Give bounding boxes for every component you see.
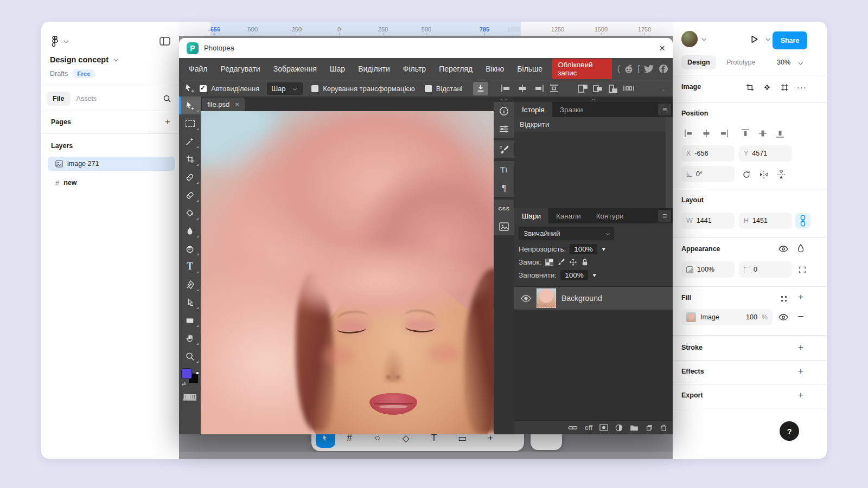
frame-tool-button[interactable]: # (335, 433, 363, 444)
fill-value[interactable]: 100% (560, 270, 588, 280)
chevron-down-icon[interactable] (765, 36, 770, 41)
distribute-horizontal-icon[interactable] (623, 85, 635, 92)
menu-more[interactable]: Більше (510, 65, 549, 73)
css-panel-icon[interactable]: CSS (494, 200, 514, 217)
reddit-icon[interactable] (623, 63, 635, 75)
styles-grid-icon[interactable] (777, 292, 790, 305)
lock-position-icon[interactable] (569, 258, 577, 266)
link-layers-icon[interactable] (568, 425, 578, 431)
info-icon[interactable] (494, 102, 514, 120)
collapse-handle[interactable]: <> (494, 97, 514, 102)
horizontal-scrollbar[interactable] (179, 452, 673, 459)
avatar[interactable] (681, 31, 698, 47)
eye-icon[interactable] (777, 242, 790, 255)
flip-horizontal-icon[interactable] (757, 168, 770, 181)
chevron-down-icon[interactable] (63, 38, 68, 43)
text-tool-button[interactable]: T (420, 433, 448, 444)
menu-select[interactable]: Виділити (352, 65, 397, 73)
document-tab[interactable]: file.psd × (202, 98, 245, 111)
tab-channels[interactable]: Канали (548, 208, 589, 223)
rotation-field[interactable]: 0° (681, 166, 735, 182)
download-button[interactable] (473, 82, 488, 95)
vertical-scrollbar[interactable] (666, 117, 673, 208)
align-v-center-icon[interactable] (756, 127, 769, 140)
tab-layers[interactable]: Шари (514, 208, 548, 223)
present-play-icon[interactable] (750, 35, 759, 44)
layer-thumbnail[interactable] (537, 288, 556, 308)
tab-paths[interactable]: Контури (589, 208, 631, 223)
adjustments-sliders-icon[interactable] (494, 120, 514, 138)
visibility-eye-icon[interactable] (521, 295, 531, 302)
align-layer-center-icon[interactable] (592, 84, 603, 93)
menu-image[interactable]: Зображення (267, 65, 323, 73)
crop-icon[interactable] (743, 81, 756, 94)
new-layer-icon[interactable] (646, 424, 653, 432)
zoom-tool[interactable] (179, 347, 201, 365)
close-icon[interactable]: × (235, 100, 239, 108)
fill-row[interactable]: Image 100 % (681, 309, 773, 325)
keyboard-icon[interactable] (183, 394, 196, 401)
lock-transparency-icon[interactable] (545, 259, 553, 266)
align-layer-left-icon[interactable] (577, 84, 588, 93)
blend-mode-dropdown[interactable]: Звичайний (519, 227, 614, 240)
panel-toggle-icon[interactable] (159, 37, 170, 46)
panel-menu-icon[interactable]: ≡ (658, 210, 671, 222)
transform-controls-checkbox[interactable] (311, 85, 318, 92)
figma-logo-icon[interactable] (50, 36, 60, 47)
caret-down-icon[interactable]: ▼ (601, 246, 607, 252)
distances-checkbox[interactable] (425, 85, 432, 92)
add-page-button[interactable]: + (165, 117, 170, 127)
adjustment-layer-icon[interactable] (615, 424, 623, 432)
marquee-select-tool[interactable] (179, 114, 201, 132)
panel-menu-icon[interactable]: ≡ (658, 104, 671, 115)
facebook-icon[interactable] (658, 63, 669, 75)
align-right-icon[interactable] (717, 127, 730, 140)
help-button[interactable]: ? (780, 421, 799, 441)
character-panel-icon[interactable]: Tt (494, 161, 514, 179)
align-bottom-icon[interactable] (774, 127, 787, 140)
default-colors-icon[interactable] (196, 371, 199, 375)
tab-assets[interactable]: Assets (71, 92, 103, 106)
tab-history[interactable]: Історія (514, 102, 552, 117)
align-h-center-icon[interactable] (700, 127, 713, 140)
chevron-down-icon[interactable] (113, 57, 118, 61)
add-fill-button[interactable]: + (794, 291, 807, 304)
x-position-field[interactable]: X -656 (681, 145, 735, 162)
remove-fill-button[interactable]: – (794, 310, 807, 323)
lasso-tool[interactable] (179, 132, 201, 150)
actions-button[interactable]: + (476, 433, 505, 444)
opacity-value[interactable]: 100% (570, 244, 597, 254)
distribute-vertical-icon[interactable] (549, 84, 559, 93)
align-left-icon[interactable] (682, 127, 695, 140)
rectangle-tool[interactable] (179, 311, 201, 329)
lock-paint-icon[interactable] (557, 258, 565, 266)
pen-tool[interactable] (179, 275, 201, 293)
tab-swatches[interactable]: Зразки (552, 102, 591, 117)
align-top-icon[interactable] (739, 127, 752, 140)
canvas-image[interactable] (201, 111, 494, 434)
delete-layer-icon[interactable] (660, 424, 667, 432)
menu-edit[interactable]: Редагувати (214, 65, 266, 73)
tab-prototype[interactable]: Prototype (720, 55, 762, 69)
frame-icon[interactable] (778, 81, 791, 94)
menu-window[interactable]: Вікно (479, 65, 510, 73)
fill-visibility-eye-icon[interactable] (777, 311, 790, 324)
autoselect-checkbox[interactable] (200, 85, 207, 92)
zoom-level[interactable]: 30% (777, 59, 790, 66)
chevron-down-icon[interactable] (701, 36, 706, 41)
add-export-button[interactable]: + (794, 389, 807, 402)
add-mask-icon[interactable] (599, 424, 608, 431)
type-tool[interactable]: T (179, 258, 201, 275)
more-options-icon[interactable]: ··· (795, 80, 808, 93)
pages-header[interactable]: Pages (51, 118, 71, 126)
foreground-color-swatch[interactable] (181, 368, 192, 379)
layer-row-new[interactable]: # new (48, 176, 175, 190)
width-field[interactable]: W 1441 (681, 213, 735, 229)
shape-tool-button[interactable]: ○ (363, 433, 392, 444)
layer-row-image-271[interactable]: image 271 (48, 157, 175, 171)
twitter-icon[interactable] (643, 63, 655, 75)
swap-colors-icon[interactable]: ⇄ (182, 381, 186, 387)
expand-icon[interactable] (795, 263, 808, 276)
smudge-tool[interactable] (179, 240, 201, 258)
group-folder-icon[interactable] (630, 425, 639, 431)
